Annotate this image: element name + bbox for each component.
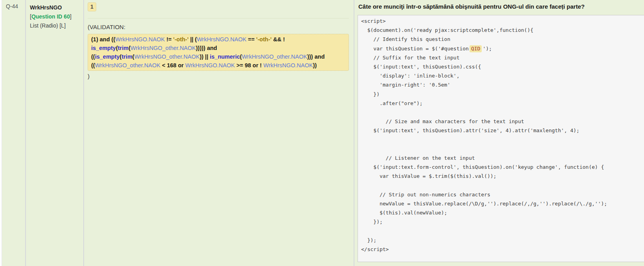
code-line: }) [361,90,641,99]
code-line [361,108,641,117]
question-id-label: [Question ID 60] [30,12,80,21]
code-line: var thisQuestion = $('#questionQID'); [361,44,641,53]
bracket-close: ] [70,13,72,20]
code-line: newValue = thisValue.replace(/\D/g,'').r… [361,199,641,208]
code-line: // Size and max characters for the text … [361,117,641,126]
validation-line: is_empty(trim(WrkHrsNGO_other.NAOK))))) … [91,44,345,52]
code-line: }); [361,236,641,245]
code-line: var thisValue = $.trim($(this).val()); [361,172,641,181]
question-code: Q-44 [6,3,18,9]
validation-line: ((is_empty(trim(WrkHrsNGO_other.NAOK)) |… [91,52,345,61]
question-name-link[interactable]: WrkHrsNGO [30,3,80,12]
code-line: }); [361,217,641,226]
code-line [361,181,641,190]
code-line: $('input:text', thisQuestion).css({ [361,62,641,71]
question-type-label: List (Radio) [L] [30,21,80,30]
code-line: // Strip out non-numerics characters [361,190,641,199]
validation-open-label: (VALIDATION: [86,24,349,30]
code-line [361,135,641,144]
question-code-cell: Q-44 [2,0,26,266]
validation-line: (1) and ((WrkHrsNGO.NAOK != '-oth-' || (… [91,35,345,44]
question-text: Câte ore munciţi într-o săptămână obişnu… [358,2,644,10]
code-line: // Listener on the text input [361,153,641,163]
question-id-value: Question ID 60 [31,13,70,20]
default-value-badge: 1 [88,2,96,11]
code-line: 'display': 'inline-block', [361,71,641,80]
validation-cell: 1 (VALIDATION: (1) and ((WrkHrsNGO.NAOK … [84,0,354,266]
code-line: $(this).val(newValue); [361,208,641,217]
validation-expression: (1) and ((WrkHrsNGO.NAOK != '-oth-' || (… [88,34,349,71]
code-line: $('input:text', thisQuestion).attr('size… [361,126,641,135]
question-text-cell: Câte ore munciţi într-o săptămână obişnu… [354,0,644,266]
validation-line: ((WrkHrsNGO_other.NAOK < 168 or WrkHrsNG… [91,61,345,70]
code-line [361,227,641,236]
code-line: // Identify this question [361,35,641,44]
divider [88,18,349,18]
code-line: <script> [361,17,641,26]
validation-close-label: ) [86,73,349,79]
code-line: </script> [361,245,641,254]
code-line: $('input:text.form-control', thisQuestio… [361,163,641,172]
code-line: $(document).on('ready pjax:scriptcomplet… [361,26,641,35]
script-code: <script> $(document).on('ready pjax:scri… [358,15,644,262]
code-line: .after("ore"); [361,99,641,108]
code-line: // Suffix for the text input [361,53,641,62]
question-name-cell: WrkHrsNGO [Question ID 60] List (Radio) … [26,0,84,266]
question-logic-row: Q-44 WrkHrsNGO [Question ID 60] List (Ra… [2,0,644,266]
qid-token-badge: QID [470,45,482,52]
code-line: 'margin-right': '0.5em' [361,80,641,89]
code-line [361,144,641,153]
